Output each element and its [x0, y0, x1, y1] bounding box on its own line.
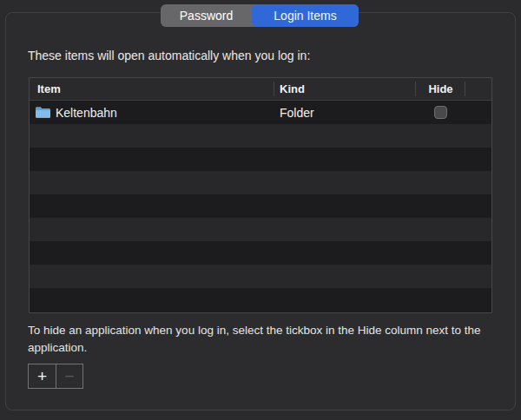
column-header-kind: Kind [274, 78, 416, 100]
add-login-item-button[interactable]: + [29, 364, 56, 388]
intro-text: These items will open automatically when… [28, 49, 310, 62]
hide-cell [416, 106, 465, 119]
item-name: Keltenbahn [56, 106, 117, 120]
login-items-table: Item Kind Hide Keltenbahn Folder [29, 77, 492, 313]
remove-login-item-button[interactable]: − [56, 364, 82, 388]
column-header-hide: Hide [416, 78, 465, 100]
table-row[interactable]: Keltenbahn Folder [30, 101, 491, 124]
add-remove-button-group: + − [28, 364, 83, 389]
table-row-empty [30, 218, 491, 241]
item-cell: Keltenbahn [30, 106, 274, 120]
table-header: Item Kind Hide [30, 78, 491, 101]
kind-cell: Folder [274, 106, 416, 120]
tab-login-items[interactable]: Login Items [252, 4, 359, 27]
column-header-item: Item [30, 78, 274, 100]
table-body: Keltenbahn Folder [30, 101, 491, 312]
table-row-empty [30, 148, 491, 171]
folder-icon [35, 106, 51, 119]
plus-icon: + [37, 368, 47, 384]
table-row-empty [30, 265, 491, 288]
login-items-preferences-pane: { "tabs": { "password_label": "Password"… [0, 0, 521, 420]
help-text: To hide an application when you log in, … [28, 322, 502, 357]
table-row-empty [30, 288, 491, 312]
column-header-spacer [465, 78, 491, 100]
table-row-empty [30, 124, 491, 148]
table-row-empty [30, 171, 491, 194]
tab-bar: Password Login Items [161, 4, 359, 27]
minus-icon: − [64, 368, 74, 384]
table-row-empty [30, 241, 491, 265]
hide-checkbox[interactable] [434, 106, 447, 119]
tab-password[interactable]: Password [161, 4, 252, 27]
table-row-empty [30, 194, 491, 218]
